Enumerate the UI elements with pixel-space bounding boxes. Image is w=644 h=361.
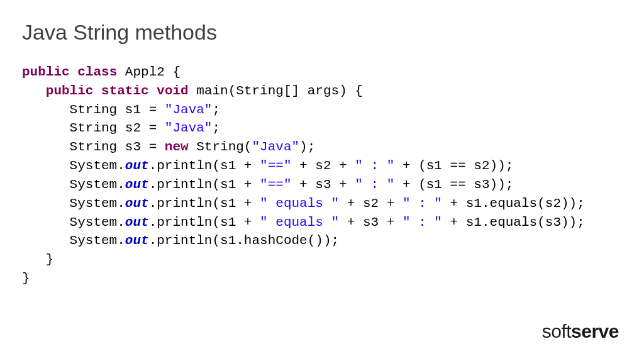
string-literal: " equals " xyxy=(260,215,339,230)
code-text: System. xyxy=(22,233,125,248)
softserve-logo: softserve xyxy=(542,321,619,342)
code-text: System. xyxy=(22,196,125,211)
code-text: System. xyxy=(22,177,125,192)
code-text: ; xyxy=(212,103,220,117)
code-text: + s3 + xyxy=(339,215,402,230)
code-text: String( xyxy=(189,140,252,154)
code-text: } xyxy=(22,271,30,286)
code-text: String s2 = xyxy=(22,121,165,135)
code-text: .println(s1 + xyxy=(149,158,260,173)
code-text: + s2 + xyxy=(292,158,355,173)
code-text: System. xyxy=(22,158,125,173)
code-text: .println(s1 + xyxy=(149,196,260,211)
code-text: .println(s1.hashCode()); xyxy=(149,233,339,248)
code-text: .println(s1 + xyxy=(149,177,260,192)
string-literal: " : " xyxy=(355,158,394,173)
string-literal: "Java" xyxy=(165,103,213,117)
code-text: main(String[] args) { xyxy=(189,84,363,98)
code-text: String s1 = xyxy=(22,103,165,117)
code-text: + s1.equals(s2)); xyxy=(442,196,585,211)
string-literal: "==" xyxy=(260,177,291,192)
string-literal: " equals " xyxy=(260,196,339,211)
code-text: ; xyxy=(212,121,220,135)
field-out: out xyxy=(125,177,149,192)
keyword-void: void xyxy=(157,84,188,98)
string-literal: "==" xyxy=(260,158,291,173)
keyword-static: static xyxy=(101,84,149,98)
code-text: System. xyxy=(22,215,125,230)
keyword-class: class xyxy=(77,65,117,79)
string-literal: "Java" xyxy=(252,140,299,154)
code-text: ); xyxy=(299,140,315,154)
code-text: + s1.equals(s3)); xyxy=(442,215,585,230)
logo-soft: soft xyxy=(542,321,571,342)
code-text: } xyxy=(22,252,53,267)
code-text: + s3 + xyxy=(292,177,355,192)
string-literal: " : " xyxy=(355,177,394,192)
field-out: out xyxy=(125,158,149,173)
code-text: + (s1 == s3)); xyxy=(394,177,513,192)
string-literal: " : " xyxy=(402,196,442,211)
code-block: public class Appl2 { public static void … xyxy=(22,63,585,288)
field-out: out xyxy=(125,233,149,248)
code-text: Appl2 { xyxy=(117,65,180,79)
string-literal: " : " xyxy=(402,215,442,230)
code-text: + (s1 == s2)); xyxy=(394,158,513,173)
keyword-public: public xyxy=(46,84,94,98)
keyword-new: new xyxy=(165,140,189,154)
field-out: out xyxy=(125,215,149,230)
logo-serve: serve xyxy=(571,321,619,342)
code-text: .println(s1 + xyxy=(149,215,260,230)
code-text: String s3 = xyxy=(22,140,165,154)
code-text: + s2 + xyxy=(339,196,402,211)
field-out: out xyxy=(125,196,149,211)
slide-title: Java String methods xyxy=(22,20,217,45)
string-literal: "Java" xyxy=(165,121,213,135)
keyword-public: public xyxy=(22,65,70,79)
